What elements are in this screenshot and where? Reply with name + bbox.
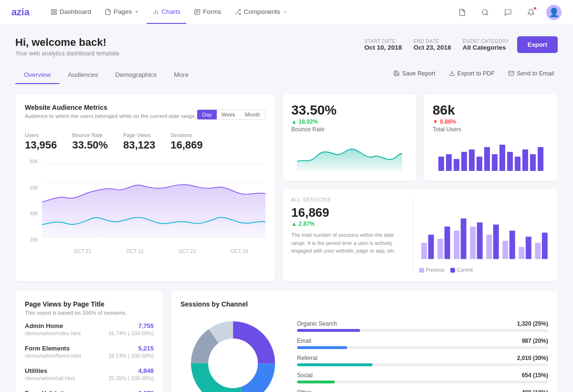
nav-item-forms[interactable]: Forms	[188, 0, 227, 24]
brand-logo[interactable]: azia	[11, 7, 30, 18]
document-icon	[458, 9, 466, 16]
time-toggle: Day Week Month	[197, 109, 265, 120]
svg-rect-50	[542, 233, 548, 259]
sessions-card: ALL SESSIONS 16,869 ▲ 2.87% The total nu…	[283, 189, 558, 281]
svg-rect-28	[492, 154, 498, 171]
legend-item: Social 654 (15%)	[297, 372, 548, 383]
main-chart-subtitle: Audience to which the users belonged whi…	[25, 113, 196, 119]
users-card: 86k ▼ 0.86% Total Users	[424, 94, 558, 181]
users-change: ▼ 0.86%	[433, 118, 456, 125]
file-icon	[105, 9, 111, 15]
svg-rect-33	[530, 154, 536, 171]
nav-item-pages[interactable]: Pages	[99, 0, 145, 24]
pdf-icon	[449, 70, 455, 76]
chevron-down-icon	[134, 10, 139, 14]
time-btn-month[interactable]: Month	[240, 110, 265, 119]
nav-right: 👤	[455, 5, 562, 20]
list-item: Form Elements 5,215 /demo/admin/forms.ht…	[25, 345, 154, 359]
divider	[413, 197, 414, 273]
svg-rect-43	[486, 235, 492, 259]
svg-rect-22	[446, 154, 452, 171]
svg-rect-0	[52, 9, 53, 11]
sessions-desc: The total number of sessions within the …	[291, 231, 400, 255]
page-content: Hi, welcome back! Your web analytics das…	[0, 25, 573, 392]
page-views-card: Page Views by Page Title This report is …	[15, 291, 163, 392]
line-chart: 80K 60K 40K 20K	[25, 159, 265, 254]
svg-line-14	[487, 14, 488, 15]
channel-card: Sessions by Channel	[171, 291, 558, 392]
nav-item-components[interactable]: Components	[229, 0, 293, 24]
date-group: START DATE Oct 10, 2018 END DATE Oct 23,…	[364, 39, 509, 51]
svg-rect-35	[421, 243, 427, 259]
svg-rect-31	[515, 157, 520, 171]
svg-rect-27	[484, 147, 490, 171]
components-icon	[234, 9, 241, 15]
donut-svg	[185, 316, 281, 392]
legend-item: Organic Search 1,320 (25%)	[297, 320, 548, 332]
svg-rect-23	[454, 159, 459, 171]
users-value: 86k	[433, 103, 461, 118]
users-mini-chart	[433, 138, 549, 172]
send-email-btn[interactable]: Send to Email	[504, 68, 558, 79]
sessions-left: ALL SESSIONS 16,869 ▲ 2.87% The total nu…	[291, 197, 407, 273]
all-sessions-label: ALL SESSIONS	[291, 197, 400, 202]
bottom-grid: Page Views by Page Title This report is …	[15, 291, 558, 392]
main-chart-title: Website Audience Metrics	[25, 104, 196, 111]
tab-demographics[interactable]: Demographics	[106, 66, 165, 84]
channel-title: Sessions by Channel	[180, 300, 548, 308]
svg-rect-3	[54, 12, 56, 14]
grid-icon	[51, 9, 57, 15]
svg-rect-45	[502, 241, 508, 259]
svg-rect-30	[507, 152, 513, 171]
save-report-btn[interactable]: Save Report	[390, 68, 439, 79]
nav-links: Dashboard Pages Charts Forms Components	[45, 0, 455, 24]
event-category: EVENT CATEGORY All Categories	[463, 39, 509, 51]
svg-rect-1	[54, 9, 56, 11]
list-item: Admin Home 7,755 /demo/admin/index.html …	[25, 322, 154, 336]
tab-overview[interactable]: Overview	[15, 66, 59, 84]
svg-rect-42	[477, 222, 483, 259]
svg-rect-24	[461, 152, 467, 171]
tab-audiences[interactable]: Audiences	[59, 66, 106, 84]
svg-rect-41	[470, 226, 476, 259]
svg-rect-34	[538, 147, 543, 171]
svg-rect-32	[522, 149, 528, 171]
time-btn-day[interactable]: Day	[197, 110, 216, 119]
document-icon-btn[interactable]	[455, 5, 470, 20]
svg-rect-2	[52, 12, 53, 14]
users-label: Total Users	[433, 126, 461, 133]
tab-more[interactable]: More	[165, 66, 197, 84]
metrics-row: Users 13,956 Bounce Rate 33.50% Page Vie…	[25, 132, 265, 151]
export-button[interactable]: Export	[517, 36, 558, 53]
export-pdf-btn[interactable]: Export to PDF	[445, 68, 499, 79]
metric-pageviews: Page Views 83,123	[123, 132, 155, 151]
svg-rect-38	[445, 226, 450, 259]
sessions-bar-svg	[419, 197, 549, 264]
nav-item-dashboard[interactable]: Dashboard	[45, 0, 97, 24]
tab-actions: Save Report Export to PDF Send to Email	[390, 68, 558, 83]
metric-sessions: Sessions 16,869	[170, 132, 202, 151]
time-btn-week[interactable]: Week	[217, 110, 240, 119]
dashboard-grid: Website Audience Metrics Audience to whi…	[15, 94, 558, 281]
main-chart-header: Website Audience Metrics Audience to whi…	[25, 104, 265, 126]
svg-rect-46	[509, 231, 515, 259]
chat-icon	[504, 9, 512, 16]
svg-point-57	[209, 339, 257, 387]
avatar[interactable]: 👤	[546, 5, 562, 20]
bounce-mini-chart	[291, 138, 408, 172]
page-views-title: Page Views by Page Title	[25, 300, 154, 308]
sessions-inner: ALL SESSIONS 16,869 ▲ 2.87% The total nu…	[291, 197, 549, 273]
search-icon-btn[interactable]	[478, 5, 493, 20]
bounce-value: 33.50%	[291, 103, 337, 118]
nav-item-charts[interactable]: Charts	[147, 0, 186, 24]
chat-icon-btn[interactable]	[500, 5, 516, 20]
sessions-change: ▲ 2.87%	[291, 221, 315, 227]
legend-item: Email 987 (20%)	[297, 338, 548, 349]
svg-rect-29	[499, 145, 505, 171]
email-icon	[508, 70, 514, 76]
bell-icon-btn[interactable]	[523, 5, 539, 20]
header-row: Hi, welcome back! Your web analytics das…	[15, 36, 558, 57]
page-title: Hi, welcome back!	[15, 36, 121, 49]
donut-chart	[180, 316, 286, 392]
form-icon	[194, 9, 201, 15]
